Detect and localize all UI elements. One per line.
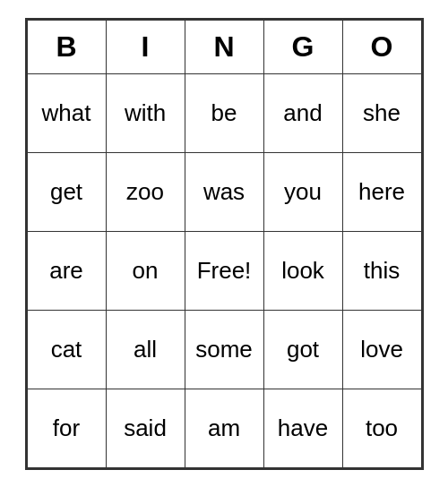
cell-3-0: cat [27,310,106,389]
table-row: catallsomegotlove [27,310,421,389]
cell-0-3: and [263,73,342,152]
cell-4-2: am [185,389,263,467]
header-cell-g: G [263,20,342,73]
cell-1-4: here [342,152,421,231]
table-row: areonFree!lookthis [27,231,421,310]
header-cell-n: N [185,20,263,73]
header-cell-b: B [27,20,106,73]
cell-3-1: all [106,310,185,389]
cell-2-3: look [263,231,342,310]
cell-1-0: get [27,152,106,231]
cell-1-3: you [263,152,342,231]
cell-0-1: with [106,73,185,152]
header-row: BINGO [27,20,421,73]
bingo-card: BINGO whatwithbeandshegetzoowasyouherear… [25,18,424,470]
table-row: getzoowasyouhere [27,152,421,231]
header-cell-o: O [342,20,421,73]
bingo-table: BINGO whatwithbeandshegetzoowasyouherear… [27,20,422,468]
cell-0-2: be [185,73,263,152]
cell-4-0: for [27,389,106,467]
table-row: whatwithbeandshe [27,73,421,152]
cell-4-3: have [263,389,342,467]
cell-0-0: what [27,73,106,152]
cell-2-1: on [106,231,185,310]
cell-1-1: zoo [106,152,185,231]
cell-3-2: some [185,310,263,389]
header-cell-i: I [106,20,185,73]
table-row: forsaidamhavetoo [27,389,421,467]
cell-4-4: too [342,389,421,467]
cell-2-2: Free! [185,231,263,310]
cell-2-4: this [342,231,421,310]
cell-3-4: love [342,310,421,389]
cell-1-2: was [185,152,263,231]
cell-0-4: she [342,73,421,152]
cell-4-1: said [106,389,185,467]
cell-2-0: are [27,231,106,310]
cell-3-3: got [263,310,342,389]
